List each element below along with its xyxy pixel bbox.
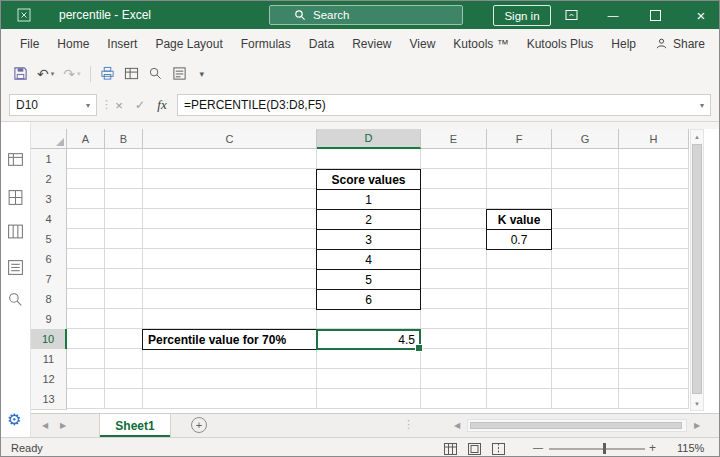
vertical-scrollbar[interactable]: ▲ ▼: [690, 129, 704, 411]
row-header-4[interactable]: 4: [31, 209, 67, 230]
page-layout-view-button[interactable]: [463, 441, 485, 456]
row-header-3[interactable]: 3: [31, 189, 67, 210]
cell-d8[interactable]: 6: [316, 289, 421, 310]
row-header-1[interactable]: 1: [31, 149, 67, 170]
column-header-a[interactable]: A: [67, 129, 105, 149]
row-header-2[interactable]: 2: [31, 169, 67, 190]
vertical-scrollbar-thumb[interactable]: [692, 144, 702, 394]
row-header-5[interactable]: 5: [31, 229, 67, 250]
settings-gear-icon[interactable]: ⚙: [7, 412, 21, 428]
select-all-button[interactable]: [31, 129, 67, 149]
sign-in-button[interactable]: Sign in: [493, 5, 551, 26]
cancel-button[interactable]: ×: [109, 94, 129, 116]
row-header-12[interactable]: 12: [31, 369, 67, 390]
share-button[interactable]: Share: [655, 37, 705, 51]
row-header-9[interactable]: 9: [31, 309, 67, 330]
zoom-out-button[interactable]: —: [533, 442, 543, 453]
tab-kutools[interactable]: Kutools ™: [444, 29, 517, 58]
tab-file[interactable]: File: [11, 29, 48, 58]
horizontal-scrollbar[interactable]: [467, 419, 687, 432]
row-header-11[interactable]: 11: [31, 349, 67, 370]
name-box[interactable]: D10 ▾: [9, 94, 97, 116]
column-header-b[interactable]: B: [105, 129, 143, 149]
tab-review[interactable]: Review: [343, 29, 400, 58]
table-view-button[interactable]: [124, 66, 139, 81]
tab-data[interactable]: Data: [300, 29, 343, 58]
search-icon: [294, 9, 306, 21]
zoom-slider-track[interactable]: [549, 448, 645, 450]
previous-sheet-icon[interactable]: ◀: [37, 414, 53, 437]
column-header-f[interactable]: F: [487, 129, 552, 149]
column-header-e[interactable]: E: [421, 129, 487, 149]
kutools-columns-icon[interactable]: [7, 223, 24, 240]
cell-d3[interactable]: 1: [316, 189, 421, 210]
next-sheet-icon[interactable]: ▶: [55, 414, 71, 437]
cell-d5[interactable]: 3: [316, 229, 421, 250]
page-break-view-button[interactable]: [487, 441, 509, 456]
redo-dropdown-icon[interactable]: ▾: [77, 70, 81, 78]
undo-button[interactable]: ↶ ▾: [37, 66, 54, 82]
window-title: percentile - Excel: [59, 1, 151, 29]
kutools-find-icon[interactable]: [7, 291, 24, 308]
maximize-button[interactable]: [637, 1, 673, 29]
column-header-c[interactable]: C: [143, 129, 317, 149]
normal-view-button[interactable]: [439, 441, 461, 456]
row-header-10[interactable]: 10: [31, 329, 67, 350]
zoom-slider-thumb[interactable]: [603, 443, 606, 454]
close-button[interactable]: ×: [681, 1, 720, 29]
share-person-icon: [655, 37, 668, 50]
form-button[interactable]: [172, 66, 187, 81]
sheet-tab-sheet1[interactable]: Sheet1: [99, 414, 171, 437]
enter-button[interactable]: ✓: [130, 94, 150, 116]
cell-d4[interactable]: 2: [316, 209, 421, 230]
zoom-level-label[interactable]: 115%: [677, 442, 704, 454]
tab-page-layout[interactable]: Page Layout: [146, 29, 231, 58]
search-box[interactable]: Search: [269, 5, 463, 25]
horizontal-scrollbar-thumb[interactable]: [470, 422, 682, 429]
cell-d10-selected[interactable]: 4.5: [316, 329, 421, 350]
expand-formula-bar-icon[interactable]: ▾: [700, 101, 704, 110]
tab-splitter-grip[interactable]: ⋮: [403, 418, 414, 431]
title-bar: percentile - Excel Search Sign in — ×: [1, 1, 719, 29]
row-header-13[interactable]: 13: [31, 389, 67, 410]
tab-formulas[interactable]: Formulas: [232, 29, 300, 58]
print-preview-button[interactable]: [100, 66, 115, 81]
kutools-list-icon[interactable]: [7, 259, 24, 276]
tab-kutools-plus[interactable]: Kutools Plus: [518, 29, 603, 58]
column-header-h[interactable]: H: [619, 129, 689, 149]
scroll-left-icon[interactable]: ◀: [449, 414, 465, 437]
kutools-worksheet-icon[interactable]: [7, 189, 24, 206]
row-header-6[interactable]: 6: [31, 249, 67, 270]
cell-f5[interactable]: 0.7: [486, 229, 552, 250]
column-header-d[interactable]: D: [317, 129, 421, 149]
customize-qat-dropdown-icon[interactable]: ▾: [200, 69, 205, 79]
name-box-dropdown-icon[interactable]: ▾: [86, 101, 90, 110]
row-header-7[interactable]: 7: [31, 269, 67, 290]
cell-f4[interactable]: K value: [486, 209, 552, 230]
tab-home[interactable]: Home: [48, 29, 98, 58]
save-button[interactable]: [13, 66, 28, 81]
tab-help[interactable]: Help: [602, 29, 645, 58]
new-sheet-button[interactable]: +: [191, 417, 207, 433]
tab-view[interactable]: View: [401, 29, 445, 58]
undo-dropdown-icon[interactable]: ▾: [51, 70, 55, 78]
tab-insert[interactable]: Insert: [98, 29, 146, 58]
minimize-button[interactable]: —: [595, 1, 631, 29]
zoom-in-button[interactable]: +: [649, 441, 656, 455]
fill-handle[interactable]: [415, 344, 423, 352]
cell-d2[interactable]: Score values: [316, 169, 421, 190]
cell-d6[interactable]: 4: [316, 249, 421, 270]
formula-input[interactable]: =PERCENTILE(D3:D8,F5) ▾: [177, 94, 711, 116]
redo-button[interactable]: ↷ ▾: [63, 66, 80, 82]
column-header-g[interactable]: G: [552, 129, 619, 149]
cell-c10[interactable]: Percentile value for 70%: [142, 329, 317, 350]
kutools-workbook-icon[interactable]: [7, 151, 24, 168]
zoom-view-button[interactable]: [148, 66, 163, 81]
insert-function-button[interactable]: fx: [152, 94, 172, 116]
row-header-8[interactable]: 8: [31, 289, 67, 310]
scroll-right-icon[interactable]: ▶: [689, 414, 705, 437]
ribbon-display-options-button[interactable]: [553, 1, 589, 29]
cell-d7[interactable]: 5: [316, 269, 421, 290]
scroll-up-icon[interactable]: ▲: [691, 130, 703, 143]
scroll-down-icon[interactable]: ▼: [691, 397, 703, 410]
